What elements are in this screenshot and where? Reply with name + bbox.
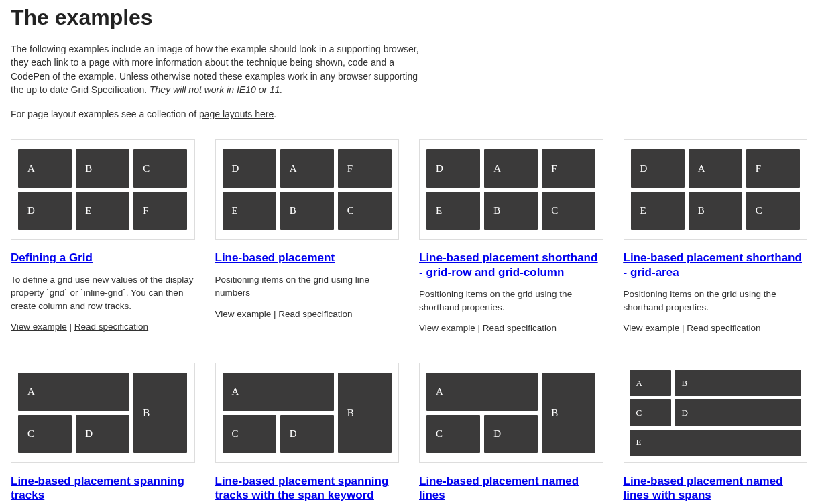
grid-cell: B xyxy=(280,192,334,230)
example-thumbnail[interactable]: A B C D xyxy=(419,363,603,463)
examples-grid: A B C D E F Defining a Grid To define a … xyxy=(11,139,807,504)
grid-cell: C xyxy=(426,415,480,453)
grid-cell: D xyxy=(484,415,538,453)
grid-cell: A xyxy=(689,149,742,188)
example-links: View example | Read specification xyxy=(419,323,603,333)
example-description: To define a grid use new values of the d… xyxy=(11,273,195,313)
grid-cell: E xyxy=(631,192,685,230)
grid-cell: A xyxy=(630,370,672,396)
grid-cell: B xyxy=(484,192,538,230)
example-title-link[interactable]: Defining a Grid xyxy=(11,251,93,264)
grid-cell: C xyxy=(133,149,187,188)
intro-text: . xyxy=(274,109,276,119)
read-spec-link[interactable]: Read specification xyxy=(74,322,148,332)
grid-cell: E xyxy=(630,430,802,456)
grid-cell: D xyxy=(675,399,801,426)
intro-paragraph-1: The following examples include an image … xyxy=(11,42,426,97)
grid-cell: D xyxy=(76,415,129,453)
grid-cell: A xyxy=(18,149,72,188)
example-card-named-lines-spans: A B C D E Line-based placement named lin… xyxy=(624,363,808,504)
grid-cell: A xyxy=(280,149,334,188)
grid-cell: F xyxy=(746,149,800,188)
read-spec-link[interactable]: Read specification xyxy=(483,323,557,333)
link-separator: | xyxy=(271,309,278,319)
example-links: View example | Read specification xyxy=(215,309,400,319)
grid-cell: E xyxy=(223,192,276,230)
example-thumbnail[interactable]: A B C D xyxy=(11,363,195,463)
example-thumbnail[interactable]: D A F E B C xyxy=(215,139,400,240)
example-title-link[interactable]: Line-based placement named lines with sp… xyxy=(624,475,783,501)
example-card-span-keyword: A B C D Line-based placement spanning tr… xyxy=(215,363,400,504)
example-description: Positioning items on the grid using the … xyxy=(624,288,808,314)
intro-emphasis: They will not work in IE10 or 11. xyxy=(150,84,282,95)
example-thumbnail[interactable]: D A F E B C xyxy=(624,139,808,240)
grid-cell: B xyxy=(76,149,129,188)
grid-cell: F xyxy=(338,149,392,188)
grid-cell: B xyxy=(133,373,187,453)
grid-cell: A xyxy=(484,149,538,188)
example-title-link[interactable]: Line-based placement shorthand - grid-ar… xyxy=(624,251,802,278)
intro-paragraph-2: For page layout examples see a collectio… xyxy=(11,107,426,121)
example-card-shorthand-row-column: D A F E B C Line-based placement shortha… xyxy=(419,139,603,333)
link-separator: | xyxy=(679,323,687,333)
example-title-link[interactable]: Line-based placement shorthand - grid-ro… xyxy=(419,251,597,278)
grid-cell: D xyxy=(631,149,685,188)
example-description: Positioning items on the grid using line… xyxy=(215,273,400,300)
example-thumbnail[interactable]: A B C D E xyxy=(624,363,808,463)
grid-cell: C xyxy=(223,415,276,453)
grid-cell: B xyxy=(542,373,595,453)
grid-cell: E xyxy=(76,192,129,230)
grid-cell: F xyxy=(133,192,187,230)
grid-cell: C xyxy=(542,192,595,230)
grid-cell: E xyxy=(426,192,480,230)
grid-cell: D xyxy=(280,415,334,453)
grid-cell: D xyxy=(426,149,480,188)
example-thumbnail[interactable]: A B C D xyxy=(215,363,400,463)
link-separator: | xyxy=(475,323,483,333)
example-title-link[interactable]: Line-based placement named lines xyxy=(419,475,579,501)
example-title-link[interactable]: Line-based placement xyxy=(215,251,335,264)
view-example-link[interactable]: View example xyxy=(215,309,272,319)
link-separator: | xyxy=(67,322,74,332)
grid-cell: C xyxy=(630,399,672,426)
grid-cell: A xyxy=(223,373,334,411)
example-card-spanning-tracks: A B C D Line-based placement spanning tr… xyxy=(11,363,195,504)
example-title-link[interactable]: Line-based placement spanning tracks xyxy=(11,475,184,501)
example-description: Positioning items on the grid using the … xyxy=(419,288,603,314)
example-card-line-based-placement: D A F E B C Line-based placement Positio… xyxy=(215,139,400,333)
grid-cell: D xyxy=(18,192,72,230)
grid-cell: A xyxy=(18,373,129,411)
grid-cell: A xyxy=(426,373,538,411)
page-title: The examples xyxy=(11,5,807,30)
example-card-shorthand-grid-area: D A F E B C Line-based placement shortha… xyxy=(624,139,808,333)
example-card-named-lines: A B C D Line-based placement named lines xyxy=(419,363,603,504)
grid-cell: B xyxy=(689,192,742,230)
intro-text: For page layout examples see a collectio… xyxy=(11,109,199,119)
read-spec-link[interactable]: Read specification xyxy=(278,309,352,319)
view-example-link[interactable]: View example xyxy=(11,322,67,332)
example-thumbnail[interactable]: A B C D E F xyxy=(11,139,195,240)
example-thumbnail[interactable]: D A F E B C xyxy=(419,139,603,240)
grid-cell: B xyxy=(338,373,392,453)
example-links: View example | Read specification xyxy=(11,322,195,332)
example-links: View example | Read specification xyxy=(624,323,808,333)
view-example-link[interactable]: View example xyxy=(624,323,680,333)
grid-cell: F xyxy=(542,149,595,188)
read-spec-link[interactable]: Read specification xyxy=(687,323,760,333)
example-title-link[interactable]: Line-based placement spanning tracks wit… xyxy=(215,475,389,501)
grid-cell: C xyxy=(18,415,72,453)
page-layouts-link[interactable]: page layouts here xyxy=(199,109,274,119)
view-example-link[interactable]: View example xyxy=(419,323,475,333)
example-card-defining-grid: A B C D E F Defining a Grid To define a … xyxy=(11,139,195,333)
grid-cell: B xyxy=(675,370,801,396)
grid-cell: D xyxy=(223,149,276,188)
grid-cell: C xyxy=(338,192,392,230)
grid-cell: C xyxy=(746,192,800,230)
intro-section: The following examples include an image … xyxy=(11,42,807,121)
